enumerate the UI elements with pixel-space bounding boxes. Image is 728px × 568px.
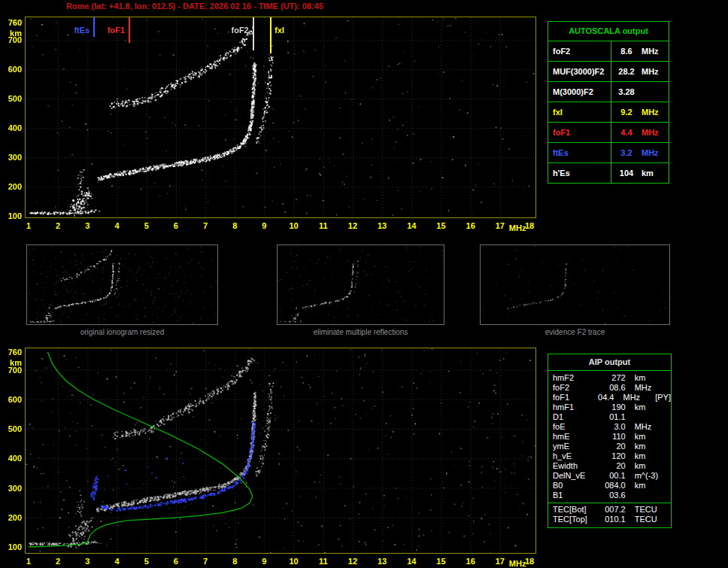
x-axis-tick-label: 14 — [402, 221, 421, 230]
thumbnail-canvas — [27, 245, 217, 324]
aip-row: foE3.0MHz — [548, 422, 671, 432]
y-axis-tick-label: 760 — [1, 348, 22, 357]
x-axis-tick-label: 10 — [284, 221, 304, 230]
x-axis-tick-label: 1 — [19, 557, 38, 566]
x-axis-tick-label: 5 — [137, 557, 156, 566]
autoscala-row-value: 104km — [611, 163, 669, 183]
y-axis-tick-label: 600 — [1, 395, 22, 404]
aip-row-unit: km — [626, 461, 671, 471]
aip-output-table: AIP output hmF2272kmfoF208.6MHzfoF104.4M… — [548, 354, 672, 528]
x-axis-tick-label: 13 — [372, 221, 392, 230]
autoscala-table-rows: foF28.6MHzMUF(3000)F228.2MHzM(3000)F23.2… — [548, 41, 669, 183]
y-axis-tick-label: 100 — [1, 211, 22, 220]
y-axis-tick-label: 300 — [1, 153, 22, 162]
aip-row-unit: km — [626, 373, 671, 383]
aip-row-label: Ewidth — [548, 461, 596, 471]
aip-row-label: foF1 — [548, 393, 590, 402]
top-ionogram-plot — [25, 17, 536, 218]
y-axis-tick-label: 200 — [1, 182, 22, 191]
aip-row-unit: km — [626, 451, 671, 461]
autoscala-screen: Rome (lat: +41.8, lon: 012.5) - DATE: 20… — [0, 0, 728, 568]
value-number: 8.6 — [611, 41, 642, 61]
x-axis-tick-label: 12 — [343, 557, 362, 566]
aip-row-label: B0 — [548, 481, 596, 491]
thumbnail-caption: original ionogram resized — [26, 328, 218, 336]
aip-row-unit: km — [626, 432, 671, 442]
x-axis-tick-label: 11 — [314, 221, 333, 230]
x-axis-tick-label: 3 — [77, 557, 97, 566]
aip-row-value: 272 — [596, 373, 626, 383]
y-axis-tick-label: 300 — [1, 484, 22, 493]
x-axis-tick-label: 8 — [225, 221, 244, 230]
x-axis-tick-label: 13 — [372, 557, 392, 566]
station-date-title: Rome (lat: +41.8, lon: 012.5) - DATE: 20… — [66, 2, 323, 11]
autoscala-row: fxI9.2MHz — [548, 102, 669, 122]
x-axis-tick-label: 9 — [254, 221, 274, 230]
x-axis-tick-label: 1 — [19, 221, 38, 230]
y-axis-tick-label: 500 — [1, 94, 22, 103]
marker-label-foF1: foF1 — [93, 26, 125, 35]
autoscala-row-value: 28.2MHz — [611, 62, 669, 81]
thumbnail-caption: eliminate multiple reflections — [277, 328, 444, 336]
aip-tec-row: TEC[Bot]007.2TECU — [548, 505, 671, 515]
aip-row: D101.1 — [548, 412, 671, 422]
marker-line-fxI — [270, 17, 271, 53]
x-axis-tick-label: 4 — [108, 221, 127, 230]
x-axis-unit-label: MHz — [509, 559, 526, 568]
x-axis-unit-label: MHz — [509, 223, 526, 232]
autoscala-row-value: 8.6MHz — [611, 41, 669, 61]
aip-row: Ewidth20km — [548, 461, 671, 471]
x-axis-tick-label: 5 — [137, 221, 156, 230]
x-axis-tick-label: 4 — [108, 557, 127, 566]
x-axis-tick-label: 10 — [284, 557, 304, 566]
value-number: 28.2 — [611, 62, 642, 81]
aip-row-label: hmF1 — [548, 402, 596, 412]
aip-row-label: TEC[Top] — [548, 515, 596, 524]
x-axis-tick-label: 17 — [490, 557, 510, 566]
aip-row-value: 00.1 — [596, 471, 626, 481]
x-axis-tick-label: 7 — [196, 557, 215, 566]
aip-row: hmF2272km — [548, 373, 671, 383]
aip-row: hmE110km — [548, 432, 671, 442]
value-unit: km — [642, 163, 669, 183]
value-number: 104 — [611, 163, 642, 183]
aip-row-unit: km — [626, 442, 671, 451]
autoscala-row-label: h'Es — [548, 163, 611, 183]
aip-row-value: 01.1 — [596, 412, 626, 422]
x-axis-tick-label: 11 — [314, 557, 333, 566]
aip-row-value: 084.0 — [596, 481, 626, 491]
aip-row-unit — [626, 491, 671, 500]
top-ionogram-canvas — [26, 17, 535, 217]
aip-row-label: hmE — [548, 432, 596, 442]
value-unit: MHz — [642, 143, 669, 163]
autoscala-row-value: 3.28 — [611, 82, 669, 102]
aip-row-value: 20 — [596, 461, 626, 471]
aip-row-value: 03.6 — [596, 491, 626, 500]
aip-row-value: 08.6 — [596, 383, 626, 393]
aip-row-label: h_vE — [548, 451, 596, 461]
bottom-profile-plot — [25, 348, 536, 554]
x-axis-tick-label: 9 — [254, 557, 274, 566]
aip-row: DelN_vE00.1m^(-3) — [548, 471, 671, 481]
aip-row-label: foE — [548, 422, 596, 432]
x-axis-tick-label: 6 — [166, 221, 186, 230]
value-unit: MHz — [642, 41, 669, 61]
marker-line-foF2 — [253, 17, 254, 50]
aip-row: foF104.4MHz[PY] — [548, 393, 671, 402]
autoscala-table-header: AUTOSCALA output — [548, 22, 669, 41]
aip-row-unit: MHz — [626, 422, 671, 432]
thumbnail-canvas — [481, 245, 669, 324]
aip-tec-separator — [548, 503, 671, 503]
thumbnail-panel — [480, 245, 670, 325]
aip-row-value: 04.4 — [590, 393, 614, 402]
value-number: 9.2 — [611, 102, 642, 122]
x-axis-tick-label: 17 — [490, 221, 510, 230]
aip-row-label: foF2 — [548, 383, 596, 393]
value-unit: MHz — [642, 102, 669, 122]
autoscala-row: foF28.6MHz — [548, 41, 669, 61]
aip-row-unit: MHz — [614, 393, 654, 402]
aip-row-value: 120 — [596, 451, 626, 461]
autoscala-row-label: ftEs — [548, 143, 611, 163]
autoscala-row-value: 9.2MHz — [611, 102, 669, 122]
x-axis-tick-label: 15 — [431, 221, 450, 230]
